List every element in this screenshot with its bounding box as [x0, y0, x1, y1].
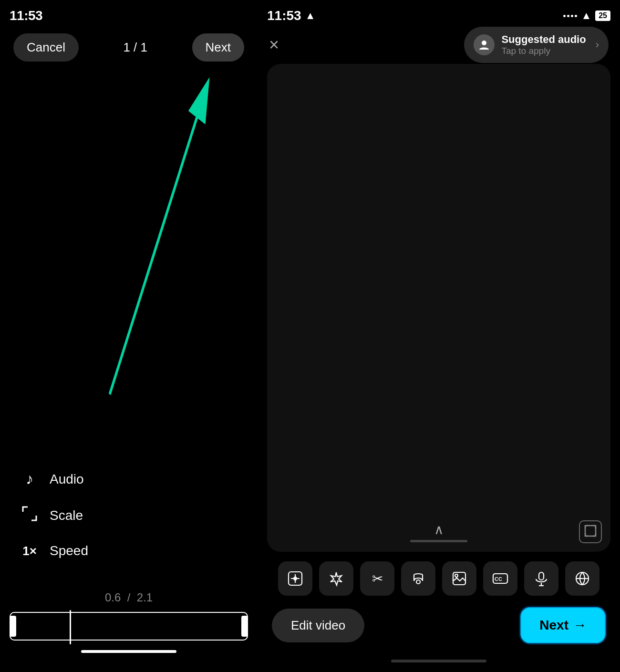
bottom-indicator-left — [81, 650, 176, 653]
status-bar-left: 11:53 — [0, 0, 258, 26]
time-display: 0.6 / 2.1 — [10, 591, 248, 604]
svg-point-8 — [455, 574, 458, 577]
tool-trim-button[interactable]: ✂ — [360, 561, 394, 596]
edit-video-button[interactable]: Edit video — [272, 609, 364, 642]
scissors-icon: ✂ — [372, 571, 383, 587]
tool-audio[interactable]: ♪ Audio — [19, 462, 238, 496]
timeline-playhead[interactable] — [70, 610, 71, 644]
suggested-audio-button[interactable]: Suggested audio Tap to apply › — [464, 27, 609, 63]
tool-links-button[interactable] — [565, 561, 599, 596]
close-button[interactable]: × — [269, 35, 279, 55]
bottom-toolbar: ✂ — [258, 552, 620, 672]
timeline-area: 0.6 / 2.1 — [0, 581, 258, 672]
tool-scale[interactable]: Scale — [19, 496, 238, 535]
audio-title: Suggested audio — [501, 33, 586, 46]
audio-avatar — [474, 34, 495, 55]
next-button-right[interactable]: Next → — [520, 607, 606, 643]
location-icon: ▲ — [305, 10, 316, 22]
timeline-handle-left[interactable] — [10, 616, 16, 637]
tool-mic-button[interactable] — [524, 561, 558, 596]
bottom-action-row: Edit video Next → — [267, 607, 610, 653]
edit-tools-row: ✂ — [267, 561, 610, 596]
tool-gallery-button[interactable] — [442, 561, 476, 596]
audio-label: Audio — [50, 472, 84, 487]
chevron-up-icon: ∧ — [434, 522, 444, 538]
video-bottom-bar — [410, 540, 467, 542]
cancel-button[interactable]: Cancel — [13, 33, 79, 62]
speed-icon: 1× — [19, 544, 40, 558]
top-bar-left: Cancel 1 / 1 Next — [0, 26, 258, 69]
tool-enhance-button[interactable] — [278, 561, 312, 596]
next-button-left[interactable]: Next — [192, 33, 244, 62]
svg-point-2 — [482, 41, 486, 45]
tool-speed[interactable]: 1× Speed — [19, 535, 238, 567]
time-left: 11:53 — [10, 8, 42, 23]
audio-text-block: Suggested audio Tap to apply — [501, 33, 586, 56]
svg-text:CC: CC — [495, 576, 502, 582]
bottom-indicator-right — [391, 660, 486, 662]
svg-rect-11 — [539, 572, 544, 580]
timeline-handle-right[interactable] — [241, 616, 248, 637]
photo-counter: 1 / 1 — [123, 40, 147, 55]
arrow-area — [0, 69, 258, 447]
status-bar-right: 11:53 ▲ ▲ 25 — [258, 0, 620, 26]
timeline-bar[interactable] — [10, 612, 248, 641]
tool-captions-button[interactable]: CC — [483, 561, 517, 596]
tool-effects-button[interactable] — [319, 561, 353, 596]
tools-panel: ♪ Audio Scale 1× Speed — [0, 447, 258, 581]
time-right: 11:53 — [267, 8, 301, 23]
wifi-icon: ▲ — [581, 10, 591, 22]
svg-point-6 — [416, 580, 420, 584]
speed-label: Speed — [50, 543, 88, 558]
signal-icon — [563, 15, 577, 17]
audio-subtitle: Tap to apply — [501, 46, 586, 56]
top-bar-right: × Suggested audio Tap to apply › — [258, 26, 620, 64]
battery-badge: 25 — [595, 10, 610, 21]
scale-icon — [19, 505, 40, 526]
next-arrow-icon: → — [573, 618, 587, 633]
svg-rect-3 — [585, 526, 596, 536]
audio-icon: ♪ — [19, 470, 40, 488]
scale-label: Scale — [50, 508, 83, 523]
right-panel: 11:53 ▲ ▲ 25 × Suggested audi — [258, 0, 620, 672]
video-preview: ∧ — [267, 64, 610, 552]
audio-chevron-icon: › — [596, 39, 599, 51]
svg-line-1 — [110, 84, 207, 394]
expand-icon[interactable] — [579, 520, 602, 543]
tool-audio-button[interactable] — [401, 561, 435, 596]
status-icons-right: ▲ 25 — [563, 10, 610, 22]
left-panel: 11:53 Cancel 1 / 1 Next ♪ Audio — [0, 0, 258, 672]
